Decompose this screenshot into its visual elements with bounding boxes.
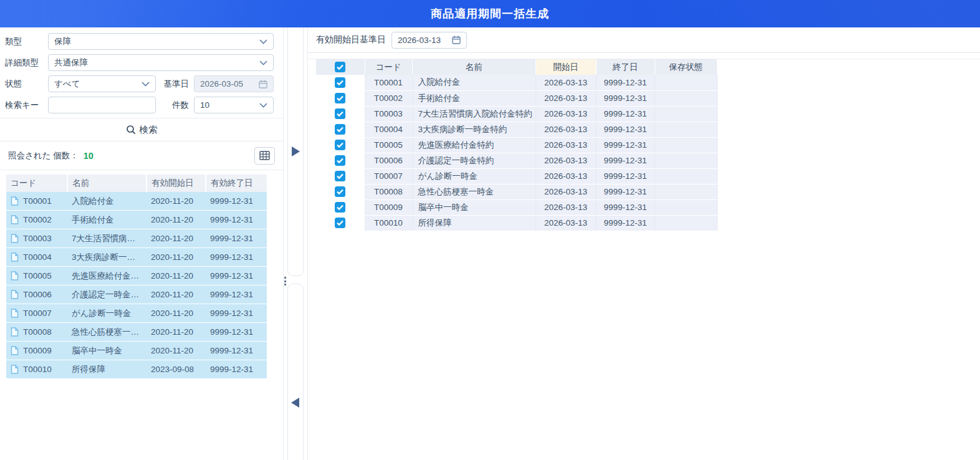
table-row: T00003 7大生活習慣病入院給付金特約 2026-03-13 9999-12… (316, 106, 717, 122)
start-date-cell[interactable]: 2026-03-13 (536, 199, 596, 215)
table-row: T00002 手術給付金 2026-03-13 9999-12-31 (316, 90, 717, 106)
chevron-down-icon (259, 103, 267, 108)
base-date-input: 2026-03-05 (194, 75, 274, 92)
result-count-value: 10 (84, 151, 94, 161)
row-checkbox[interactable] (335, 202, 345, 213)
divider (308, 52, 980, 53)
start-date-cell[interactable]: 2026-03-13 (536, 122, 596, 137)
splitter-drag-handle[interactable] (284, 277, 288, 285)
table-row[interactable]: T00005 先進医療給付金… 2020-11-20 9999-12-31 (6, 267, 267, 285)
export-grid-icon (259, 151, 270, 160)
document-icon (11, 271, 19, 280)
start-date-cell[interactable]: 2026-03-13 (536, 137, 596, 153)
table-row: T00005 先進医療給付金特約 2026-03-13 9999-12-31 (316, 137, 717, 153)
row-checkbox[interactable] (335, 186, 345, 197)
row-checkbox[interactable] (335, 93, 345, 103)
document-icon (11, 234, 19, 243)
calendar-icon (259, 80, 267, 89)
chevron-down-icon (259, 60, 267, 65)
start-date-cell[interactable]: 2026-03-13 (536, 90, 596, 106)
row-checkbox[interactable] (335, 108, 345, 119)
start-date-cell[interactable]: 2026-03-13 (536, 215, 596, 231)
move-left-arrow-button[interactable] (291, 398, 299, 408)
table-row: T00010 所得保障 2026-03-13 9999-12-31 (316, 215, 717, 231)
count-select[interactable]: 10 (194, 97, 274, 113)
select-all-header (316, 59, 365, 75)
detail-type-select[interactable]: 共通保障 (48, 54, 274, 71)
generation-table: コード 名前 開始日 終了日 保存状態 T0000 (316, 59, 718, 231)
column-header-end: 有効終了日 (206, 175, 267, 192)
type-label: 類型 (5, 36, 48, 47)
base-date-label: 基準日 (164, 79, 190, 90)
document-icon (11, 290, 19, 299)
row-checkbox[interactable] (335, 155, 345, 166)
row-checkbox[interactable] (335, 77, 345, 88)
select-all-checkbox[interactable] (335, 62, 345, 72)
document-icon (11, 196, 19, 206)
result-count-bar: 照会された 個数： 10 (0, 141, 283, 170)
row-checkbox[interactable] (335, 124, 345, 135)
table-row[interactable]: T00007 がん診断一時金 2020-11-20 9999-12-31 (6, 304, 267, 323)
query-result-table: コード 名前 有効開始日 有効終了日 T00001 (6, 175, 267, 379)
column-header-name: 名前 (67, 175, 147, 192)
table-header-row: コード 名前 有効開始日 有効終了日 (6, 175, 267, 192)
effective-start-base-date-label: 有効開始日基準日 (316, 34, 386, 46)
table-row[interactable]: T00009 脳卒中一時金 2020-11-20 9999-12-31 (6, 342, 267, 360)
status-label: 状態 (5, 79, 48, 90)
table-row[interactable]: T00006 介護認定一時金… 2020-11-20 9999-12-31 (6, 285, 267, 304)
document-icon (11, 365, 19, 374)
column-header-start: 有効開始日 (147, 175, 206, 192)
chevron-down-icon (259, 39, 267, 44)
table-row[interactable]: T00003 7大生活習慣病… 2020-11-20 9999-12-31 (6, 229, 267, 248)
calendar-icon (452, 36, 461, 44)
column-header-code: コード (6, 175, 67, 192)
start-date-cell[interactable]: 2026-03-13 (536, 75, 596, 90)
start-date-cell[interactable]: 2026-03-13 (536, 153, 596, 168)
move-right-arrow-button[interactable] (292, 146, 300, 156)
document-icon (11, 327, 19, 337)
table-row[interactable]: T00008 急性心筋梗塞一… 2020-11-20 9999-12-31 (6, 323, 267, 342)
page-title: 商品適用期間一括生成 (431, 6, 549, 21)
table-row: T00001 入院給付金 2026-03-13 9999-12-31 (316, 75, 717, 90)
table-row[interactable]: T00010 所得保障 2023-09-08 9999-12-31 (6, 360, 267, 379)
column-header-end: 終了日 (596, 59, 655, 75)
start-date-cell[interactable]: 2026-03-13 (536, 106, 596, 122)
search-panel: 類型 保障 詳細類型 共通保障 状態 すべて 基準日 (0, 27, 284, 460)
search-key-input[interactable] (48, 97, 156, 113)
detail-type-label: 詳細類型 (5, 57, 48, 69)
chevron-down-icon (142, 82, 150, 87)
app-header: 商品適用期間一括生成 (0, 0, 980, 27)
export-excel-button[interactable] (254, 147, 275, 165)
panel-splitter (284, 27, 307, 460)
document-icon (11, 215, 19, 224)
table-row: T00004 3大疾病診断一時金特約 2026-03-13 9999-12-31 (316, 122, 717, 137)
type-select[interactable]: 保障 (48, 33, 274, 50)
document-icon (11, 346, 19, 355)
table-row[interactable]: T00001 入院給付金 2020-11-20 9999-12-31 (6, 192, 267, 211)
row-checkbox[interactable] (335, 171, 345, 181)
start-date-cell[interactable]: 2026-03-13 (536, 184, 596, 199)
count-label: 件数 (172, 100, 189, 111)
table-row[interactable]: T00004 3大疾病診断一… 2020-11-20 9999-12-31 (6, 248, 267, 267)
splitter-track-bottom (287, 284, 304, 460)
table-row: T00009 脳卒中一時金 2026-03-13 9999-12-31 (316, 199, 717, 215)
search-button[interactable]: 検索 (0, 118, 283, 141)
result-count-label: 照会された 個数： (8, 150, 79, 161)
column-header-start: 開始日 (536, 59, 596, 75)
column-header-name: 名前 (412, 59, 536, 75)
search-icon (126, 125, 136, 135)
table-row: T00007 がん診断一時金 2026-03-13 9999-12-31 (316, 168, 717, 184)
document-icon (11, 309, 19, 318)
row-checkbox[interactable] (335, 140, 345, 150)
document-icon (11, 252, 19, 262)
table-header-row: コード 名前 開始日 終了日 保存状態 (316, 59, 717, 75)
status-select[interactable]: すべて (48, 75, 156, 92)
effective-start-base-date-input[interactable]: 2026-03-13 (392, 32, 467, 49)
table-row: T00006 介護認定一時金特約 2026-03-13 9999-12-31 (316, 153, 717, 168)
column-header-status: 保存状態 (655, 59, 717, 75)
search-key-label: 検索キー (5, 100, 48, 111)
table-row: T00008 急性心筋梗塞一時金 2026-03-13 9999-12-31 (316, 184, 717, 199)
row-checkbox[interactable] (335, 218, 345, 228)
table-row[interactable]: T00002 手術給付金 2020-11-20 9999-12-31 (6, 211, 267, 229)
start-date-cell[interactable]: 2026-03-13 (536, 168, 596, 184)
